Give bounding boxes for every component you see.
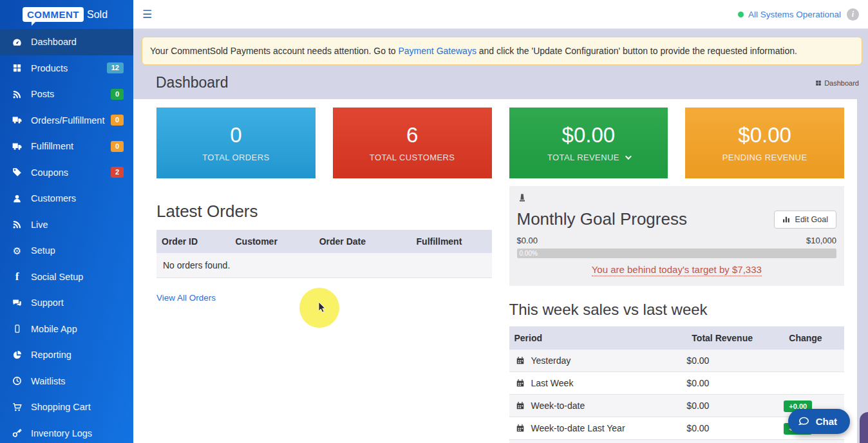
sidebar-item-label: Shopping Cart — [31, 402, 124, 412]
stat-label: TOTAL CUSTOMERS — [370, 153, 455, 162]
alert-text-pre: Your CommentSold Payments account needs … — [150, 46, 399, 56]
sidebar-item-posts[interactable]: Posts 0 — [0, 81, 133, 108]
chevron-down-icon — [625, 153, 632, 160]
table-header-row: Period Total Revenue Change — [509, 326, 845, 350]
column-header: Total Revenue — [686, 326, 784, 350]
sidebar-item-shopping-cart[interactable]: Shopping Cart — [0, 394, 133, 420]
column-header: Change — [784, 326, 844, 350]
user-icon — [12, 193, 23, 204]
alert-text-post: and click the 'Update Configuration' but… — [476, 46, 797, 56]
goal-icon — [517, 195, 527, 205]
comments-icon — [12, 297, 23, 308]
period-label: Last Week — [531, 378, 574, 388]
sidebar-item-label: Posts — [31, 89, 111, 99]
sidebar-item-coupons[interactable]: Coupons 2 — [0, 160, 133, 186]
sidebar-item-label: Mobile App — [31, 324, 124, 334]
sidebar-item-label: Inventory Logs — [31, 428, 124, 438]
sidebar-item-inventory-logs[interactable]: Inventory Logs — [0, 420, 133, 443]
sidebar-item-label: Support — [31, 297, 124, 308]
stat-value: 0 — [230, 124, 241, 147]
system-status-link[interactable]: All Systems Operational — [738, 10, 841, 19]
stat-card-total-revenue[interactable]: $0.00 TOTAL REVENUE — [509, 108, 668, 178]
gear-icon: ⚙ — [12, 245, 23, 256]
sidebar-item-support[interactable]: Support — [0, 290, 133, 316]
right-column: Monthly Goal Progress Edit Goal $0.00 $1… — [509, 178, 845, 443]
stat-value: $0.00 — [738, 124, 791, 147]
chat-button-label: Chat — [816, 416, 837, 427]
goal-progress-bar: 0.00% — [517, 249, 837, 258]
page-header: Dashboard Dashboard — [133, 65, 868, 99]
sidebar-menu: Dashboard Products 12 Posts 0 Orders/Ful… — [0, 29, 133, 443]
sidebar-item-setup[interactable]: ⚙ Setup — [0, 238, 133, 264]
main-area: ☰ All Systems Operational i Your Comment… — [133, 0, 868, 443]
sidebar-item-customers[interactable]: Customers — [0, 185, 133, 212]
truck-icon — [12, 115, 23, 126]
info-icon[interactable]: i — [847, 8, 859, 21]
chat-bubble-icon — [798, 415, 810, 428]
stat-card-pending-revenue: $0.00 PENDING REVENUE — [685, 108, 844, 178]
sidebar-item-waitlists[interactable]: Waitlists — [0, 368, 133, 395]
stat-value: $0.00 — [562, 124, 616, 147]
sidebar-item-reporting[interactable]: Reporting — [0, 342, 133, 368]
payment-gateways-link[interactable]: Payment Gateways — [399, 46, 476, 56]
corner-decoration — [860, 412, 868, 443]
app-window: COMMENT Sold Dashboard Products 12 Posts… — [0, 0, 868, 443]
revenue-value: $0.00 — [686, 355, 784, 366]
logo-comment-bubble: COMMENT — [23, 7, 84, 22]
table-row-clipped — [509, 440, 845, 443]
sidebar-item-label: Customers — [31, 193, 124, 203]
sidebar-item-label: Orders/Fulfillment — [31, 115, 111, 126]
posts-count-badge: 0 — [111, 89, 124, 100]
goal-min-value: $0.00 — [517, 236, 538, 245]
truck-icon — [12, 141, 23, 152]
key-icon — [12, 428, 23, 438]
sidebar-item-label: Reporting — [31, 350, 124, 360]
sidebar-item-label: Fulfillment — [31, 141, 111, 151]
sidebar-item-social-setup[interactable]: f Social Setup — [0, 264, 133, 290]
topbar-status-group: All Systems Operational i — [738, 8, 859, 21]
page-title: Dashboard — [156, 74, 229, 91]
sidebar-item-fulfillment[interactable]: Fulfillment 0 — [0, 133, 133, 160]
period-label: Yesterday — [531, 355, 571, 366]
goal-warning-text: You are behind today's target by $7,333 — [592, 264, 762, 276]
calendar-icon — [516, 356, 525, 365]
sidebar-item-orders-fulfillment[interactable]: Orders/Fulfillment 0 — [0, 108, 133, 134]
rss-icon — [12, 89, 23, 100]
revenue-value: $0.00 — [686, 401, 784, 411]
period-label: Week-to-date Last Year — [531, 423, 625, 433]
sidebar-item-live[interactable]: Live — [0, 212, 133, 238]
column-header: Order Date — [314, 230, 411, 253]
mobile-icon — [12, 323, 23, 334]
goal-max-value: $10,000 — [806, 236, 836, 245]
logo-sold-text: Sold — [87, 9, 108, 21]
sidebar-item-label: Coupons — [31, 167, 111, 178]
tags-icon — [12, 167, 23, 178]
sidebar-item-dashboard[interactable]: Dashboard — [0, 29, 133, 55]
revenue-value: $0.00 — [686, 423, 784, 433]
pie-chart-icon — [12, 350, 23, 361]
stat-label: TOTAL ORDERS — [202, 153, 269, 162]
content-panel: 0 TOTAL ORDERS 6 TOTAL CUSTOMERS $0.00 T… — [133, 99, 857, 443]
sidebar-item-label: Dashboard — [31, 37, 124, 47]
breadcrumb[interactable]: Dashboard — [815, 79, 859, 87]
column-header: Period — [509, 326, 687, 350]
latest-orders-title: Latest Orders — [156, 202, 492, 222]
brand-logo[interactable]: COMMENT Sold — [0, 0, 133, 29]
view-all-orders-link[interactable]: View All Orders — [156, 293, 216, 303]
coupons-count-badge: 2 — [111, 167, 124, 178]
grid-icon — [815, 80, 822, 86]
edit-goal-button[interactable]: Edit Goal — [774, 211, 836, 229]
revenue-value: $0.00 — [686, 378, 784, 388]
orders-count-badge: 0 — [111, 115, 124, 126]
hamburger-menu-icon[interactable]: ☰ — [142, 9, 152, 20]
monthly-goal-panel: Monthly Goal Progress Edit Goal $0.00 $1… — [509, 186, 845, 286]
table-row: Last Week $0.00 — [509, 372, 845, 395]
chat-button[interactable]: Chat — [788, 409, 850, 434]
stat-card-total-customers: 6 TOTAL CUSTOMERS — [333, 108, 492, 178]
stat-value: 6 — [406, 124, 418, 147]
topbar: ☰ All Systems Operational i — [133, 0, 868, 29]
sidebar-item-label: Setup — [31, 245, 124, 256]
products-count-badge: 12 — [107, 62, 124, 73]
sidebar-item-mobile-app[interactable]: Mobile App — [0, 316, 133, 343]
sidebar-item-products[interactable]: Products 12 — [0, 55, 133, 82]
